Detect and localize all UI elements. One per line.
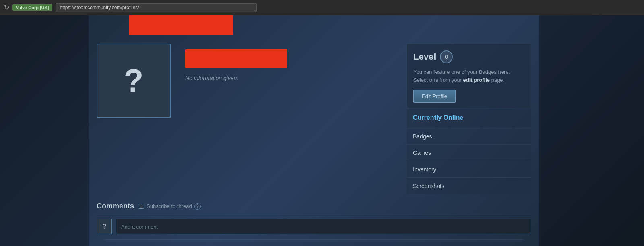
sidebar-nav: Badges Games Inventory Screenshots: [407, 128, 531, 194]
sidebar-item-screenshots[interactable]: Screenshots: [407, 177, 531, 194]
badge-feature-text: You can feature one of your Badges here.…: [413, 68, 524, 84]
comments-title: Comments: [97, 202, 134, 211]
browser-bar: ↻ Valve Corp [US] https://steamcommunity…: [0, 0, 644, 15]
edit-profile-link[interactable]: edit profile: [463, 77, 490, 83]
right-outer-panel: [539, 15, 644, 246]
profile-body: ? No information given. Level 0: [89, 40, 539, 198]
username-redacted: [185, 49, 287, 68]
avatar-container: ?: [97, 44, 171, 118]
avatar-placeholder: ?: [124, 62, 144, 99]
badge-text-suffix: page.: [490, 77, 504, 83]
comments-divider: [105, 239, 523, 240]
main-content: ? No information given. Level 0: [89, 15, 539, 246]
currently-online-label: Currently Online: [413, 114, 525, 121]
url-bar[interactable]: https://steamcommunity.com/profiles/: [56, 3, 257, 12]
level-badge: 0: [440, 50, 453, 63]
level-section: Level 0 You can feature one of your Badg…: [407, 44, 531, 108]
comments-section: Comments Subscribe to thread ? ?: [89, 198, 539, 246]
profile-center: No information given.: [177, 44, 407, 194]
currently-online-section: Currently Online: [407, 109, 531, 128]
level-value: 0: [445, 54, 448, 60]
edit-profile-button[interactable]: Edit Profile: [413, 90, 456, 103]
level-header: Level 0: [413, 50, 524, 63]
profile-bio: No information given.: [185, 75, 398, 81]
profile-banner-redacted: [129, 15, 233, 35]
sidebar-item-inventory[interactable]: Inventory: [407, 161, 531, 177]
page-wrapper: ? No information given. Level 0: [0, 15, 644, 246]
help-icon[interactable]: ?: [194, 203, 201, 210]
profile-right: Level 0 You can feature one of your Badg…: [407, 44, 531, 194]
subscribe-label: Subscribe to thread: [147, 203, 192, 209]
left-panel: [0, 15, 89, 246]
sidebar-item-games[interactable]: Games: [407, 144, 531, 161]
comments-header: Comments Subscribe to thread ?: [97, 202, 531, 214]
security-badge: Valve Corp [US]: [12, 4, 52, 11]
sidebar-item-badges[interactable]: Badges: [407, 128, 531, 144]
subscribe-area: Subscribe to thread ?: [139, 203, 201, 210]
profile-header: [89, 15, 539, 40]
level-title: Level: [413, 52, 436, 62]
commenter-avatar: ?: [97, 219, 112, 234]
refresh-icon[interactable]: ↻: [4, 4, 9, 11]
subscribe-checkbox[interactable]: [139, 204, 144, 209]
profile-left: ?: [97, 44, 177, 194]
comment-input-row: ?: [97, 219, 531, 234]
comment-input[interactable]: [116, 219, 531, 234]
